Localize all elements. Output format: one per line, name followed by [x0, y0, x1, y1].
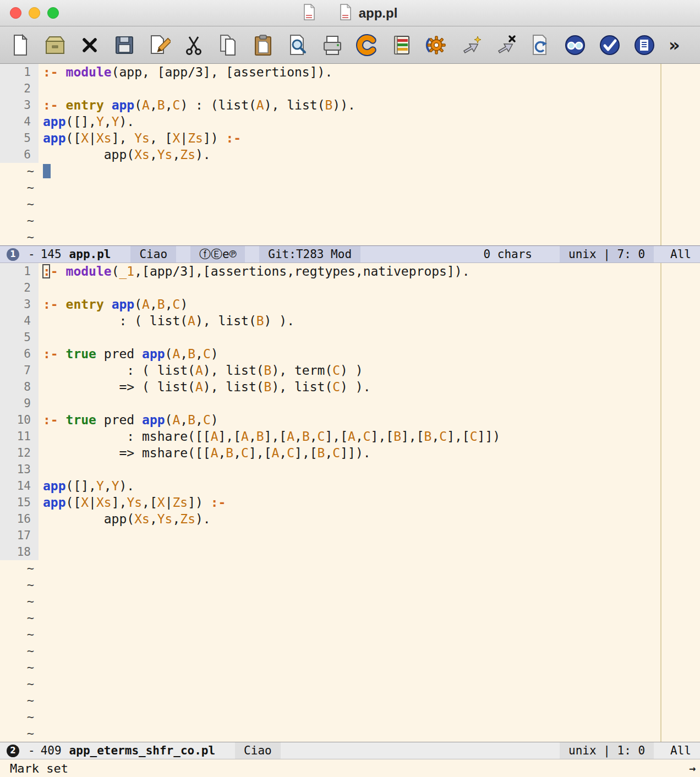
editor-window-1[interactable]: 1:- module(app, [app/3], [assertions]).2…	[0, 64, 700, 245]
code-text: => ( list(A), list(B), list(C) ).	[39, 379, 370, 395]
empty-line-row[interactable]: ~	[0, 577, 700, 593]
code-line-row[interactable]: 17	[0, 527, 700, 544]
open-file-icon[interactable]	[43, 34, 67, 57]
code-text	[39, 560, 43, 577]
code-text: :- module(app, [app/3], [assertions]).	[39, 64, 332, 80]
major-mode[interactable]: Ciao	[235, 742, 281, 759]
empty-line-row[interactable]: ~	[0, 725, 700, 742]
buffer-size: 145	[41, 248, 62, 261]
modified-indicator[interactable]: -	[28, 248, 35, 261]
document-proxy-icon-1[interactable]	[303, 4, 316, 23]
line-number: 1	[0, 64, 39, 80]
empty-line-row[interactable]: ~	[0, 643, 700, 659]
code-text	[39, 280, 43, 296]
code-line-row[interactable]: 5app([X|Xs], Ys, [X|Zs]) :-	[0, 130, 700, 146]
close-buffer-icon[interactable]	[78, 34, 101, 57]
empty-line-row[interactable]: ~	[0, 229, 700, 245]
code-line-row[interactable]: 12 => mshare([[A,B,C],[A,C],[B,C]]).	[0, 445, 700, 461]
empty-line-row[interactable]: ~	[0, 626, 700, 643]
code-line-row[interactable]: 3:- entry app(A,B,C) : (list(A), list(B)…	[0, 97, 700, 113]
code-line-row[interactable]: 9	[0, 395, 700, 412]
save-as-icon[interactable]	[147, 34, 171, 57]
empty-line-row[interactable]: ~	[0, 212, 700, 229]
git-branch-status[interactable]: Git:T283 Mod	[259, 246, 360, 262]
preview-icon[interactable]	[564, 34, 587, 57]
mode-line-active[interactable]: 1 - 145 app.pl Ciao ⓕⒺe℗ Git:T283 Mod 0 …	[0, 245, 700, 263]
empty-line-row[interactable]: ~	[0, 179, 700, 196]
code-text	[39, 593, 43, 610]
abort-query-icon[interactable]	[494, 34, 517, 57]
empty-line-row[interactable]: ~	[0, 560, 700, 577]
code-line-row[interactable]: 18	[0, 544, 700, 560]
modified-indicator[interactable]: -	[28, 744, 35, 757]
document-proxy-icon-2[interactable]	[339, 4, 352, 23]
code-text	[39, 544, 43, 560]
empty-line-row[interactable]: ~	[0, 709, 700, 725]
code-line-row[interactable]: 8 => ( list(A), list(B), list(C) ).	[0, 379, 700, 395]
scroll-position[interactable]: All	[670, 248, 691, 261]
code-line-row[interactable]: 2	[0, 80, 700, 97]
code-line-row[interactable]: 15app([X|Xs],Ys,[X|Zs]) :-	[0, 494, 700, 511]
code-line-row[interactable]: 16 app(Xs,Ys,Zs).	[0, 511, 700, 527]
code-text	[39, 659, 43, 676]
search-icon[interactable]	[286, 34, 309, 57]
reload-buffer-icon[interactable]	[529, 34, 552, 57]
check-assertions-icon[interactable]	[598, 34, 621, 57]
code-line-row[interactable]: 10:- true pred app(A,B,C)	[0, 412, 700, 428]
code-line-row[interactable]: 6:- true pred app(A,B,C)	[0, 346, 700, 362]
code-line-row[interactable]: 1:- module(app, [app/3], [assertions]).	[0, 64, 700, 80]
buffer-name[interactable]: app_eterms_shfr_co.pl	[69, 744, 216, 757]
copy-icon[interactable]	[217, 34, 240, 57]
close-window-button[interactable]	[10, 7, 21, 19]
line-number: 10	[0, 412, 39, 428]
echo-area[interactable]: Mark set →	[0, 759, 700, 777]
paste-icon[interactable]	[251, 34, 275, 57]
code-line-row[interactable]: 7 : ( list(A), list(B), term(C) )	[0, 362, 700, 379]
empty-line-row[interactable]: ~	[0, 196, 700, 212]
print-icon[interactable]	[321, 34, 344, 57]
empty-line-tilde: ~	[0, 676, 39, 692]
minor-mode-indicators[interactable]: ⓕⒺe℗	[190, 246, 245, 262]
line-number: 18	[0, 544, 39, 560]
ciao-manual-icon[interactable]	[390, 34, 413, 57]
empty-line-row[interactable]: ~	[0, 692, 700, 709]
coding-and-position[interactable]: unix | 7: 0	[560, 246, 654, 262]
major-mode[interactable]: Ciao	[130, 246, 176, 262]
empty-line-row[interactable]: ~	[0, 163, 700, 179]
buffer-name[interactable]: app.pl	[69, 248, 111, 261]
save-icon[interactable]	[113, 34, 136, 57]
code-line-row[interactable]: 4app([],Y,Y).	[0, 113, 700, 130]
code-text: :- entry app(A,B,C)	[39, 296, 188, 313]
empty-line-row[interactable]: ~	[0, 659, 700, 676]
toolbar-overflow-button[interactable]: »	[669, 34, 680, 57]
empty-line-tilde: ~	[0, 725, 39, 742]
code-line-row[interactable]: 13	[0, 461, 700, 478]
scroll-position[interactable]: All	[670, 744, 691, 757]
empty-line-row[interactable]: ~	[0, 676, 700, 692]
empty-line-tilde: ~	[0, 626, 39, 643]
editor-window-2[interactable]: 1:- module(_1,[app/3],[assertions,regtyp…	[0, 263, 700, 742]
empty-line-row[interactable]: ~	[0, 610, 700, 626]
cut-icon[interactable]	[182, 34, 205, 57]
code-line-row[interactable]: 5	[0, 329, 700, 346]
ciaopp-gear-icon[interactable]	[425, 34, 448, 57]
certificate-icon[interactable]	[633, 34, 656, 57]
code-line-row[interactable]: 4 : ( list(A), list(B) ).	[0, 313, 700, 329]
window-number-badge: 1	[7, 248, 19, 261]
empty-line-row[interactable]: ~	[0, 593, 700, 610]
mode-line-inactive[interactable]: 2 - 409 app_eterms_shfr_co.pl Ciao unix …	[0, 742, 700, 759]
zoom-window-button[interactable]	[47, 7, 59, 19]
minimize-window-button[interactable]	[29, 7, 40, 19]
ciao-logo-icon[interactable]	[356, 34, 379, 57]
code-line-row[interactable]: 2	[0, 280, 700, 296]
code-line-row[interactable]: 14app([],Y,Y).	[0, 478, 700, 494]
new-file-icon[interactable]	[9, 34, 32, 57]
run-query-icon[interactable]	[460, 34, 483, 57]
code-line-row[interactable]: 3:- entry app(A,B,C)	[0, 296, 700, 313]
code-line-row[interactable]: 1:- module(_1,[app/3],[assertions,regtyp…	[0, 263, 700, 280]
code-line-row[interactable]: 11 : mshare([[A],[A,B],[A,B,C],[A,C],[B]…	[0, 428, 700, 445]
code-line-row[interactable]: 6 app(Xs,Ys,Zs).	[0, 146, 700, 163]
coding-and-position[interactable]: unix | 1: 0	[560, 742, 654, 759]
code-text	[39, 163, 43, 179]
code-text: app([],Y,Y).	[39, 478, 134, 494]
